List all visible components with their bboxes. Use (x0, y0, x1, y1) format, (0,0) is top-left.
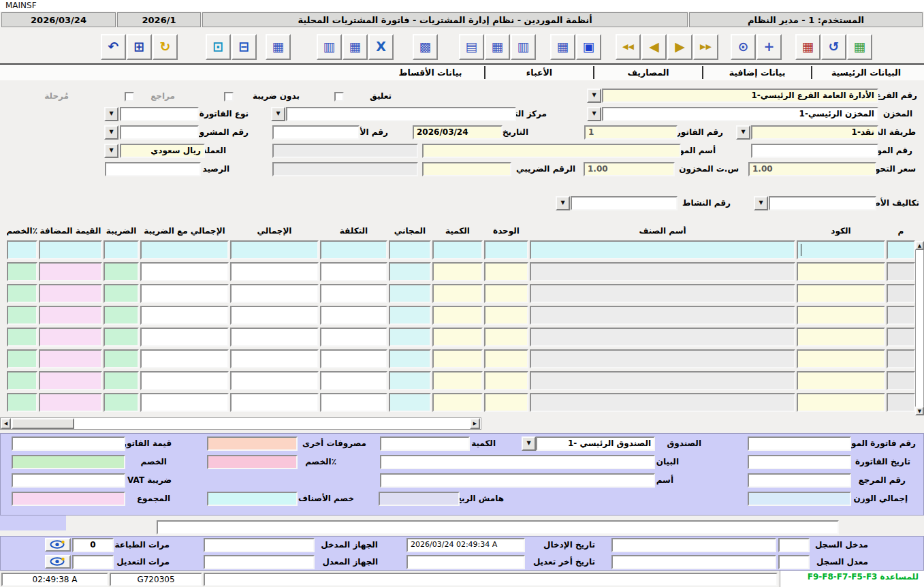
table-cell[interactable] (530, 371, 795, 390)
table-cell[interactable] (230, 328, 319, 347)
table-cell[interactable] (887, 328, 915, 347)
tax-number-field[interactable] (422, 162, 511, 176)
table-cell[interactable] (140, 349, 229, 368)
table-cell[interactable] (230, 349, 319, 368)
table-cell[interactable] (230, 284, 319, 303)
table-cell[interactable] (103, 284, 139, 303)
discount-pct-field[interactable] (207, 455, 298, 469)
table-cell[interactable] (530, 240, 795, 259)
table-cell[interactable] (230, 371, 319, 390)
scroll-up-button[interactable]: ▲ (915, 241, 924, 250)
table-cell[interactable] (432, 393, 483, 412)
table-cell[interactable] (7, 306, 37, 325)
cost-center-field[interactable] (286, 107, 516, 121)
item-costs-dropdown-button[interactable]: ▼ (754, 196, 768, 210)
warehouse-field[interactable]: المخزن الرئيسي-1 (602, 107, 878, 121)
table-cell[interactable] (484, 240, 528, 259)
stock-rate-field[interactable]: 1.00 (584, 162, 675, 176)
driver-name-field[interactable] (380, 473, 655, 488)
grid-add-button[interactable]: ▦ (847, 34, 872, 60)
org-chart-button[interactable]: ⊞ (127, 34, 152, 60)
table-cell[interactable] (484, 393, 528, 412)
date-field[interactable]: 2026/03/24 (413, 125, 503, 140)
cost-center-dropdown-button[interactable]: ▼ (271, 107, 285, 121)
table-cell[interactable] (39, 306, 102, 325)
table-cell[interactable] (887, 240, 915, 259)
table-cell[interactable] (103, 240, 139, 259)
table-cell[interactable] (140, 371, 229, 390)
table-cell[interactable] (140, 328, 229, 347)
currency-dropdown-button[interactable]: ▼ (104, 144, 118, 158)
doc-grid2-button[interactable]: ▥ (511, 34, 536, 60)
supplier-name-field[interactable] (422, 144, 681, 158)
crosshair-button[interactable]: + (756, 34, 782, 60)
tab-expenses[interactable]: المصاريف (594, 67, 702, 78)
table-cell[interactable] (887, 349, 915, 368)
table-cell[interactable] (530, 393, 795, 412)
cashbox-field[interactable]: الصندوق الرئيسي -1 (536, 437, 655, 451)
items-grid-button[interactable]: ▦ (342, 34, 368, 60)
table-cell[interactable] (530, 328, 795, 347)
print-button[interactable]: ▤ (459, 34, 484, 60)
table-cell[interactable] (320, 328, 387, 347)
table-cell[interactable] (103, 393, 139, 412)
table-cell[interactable] (230, 262, 319, 281)
table-cell[interactable] (484, 371, 528, 390)
table-cell[interactable] (432, 371, 483, 390)
table-cell[interactable] (103, 306, 139, 325)
table-cell[interactable] (39, 349, 102, 368)
table-cell[interactable] (484, 306, 528, 325)
table-cell[interactable] (320, 262, 387, 281)
table-cell[interactable] (887, 284, 915, 303)
warehouse-dropdown-button[interactable]: ▼ (587, 107, 601, 121)
table-cell[interactable] (389, 328, 431, 347)
table-cell[interactable] (7, 284, 37, 303)
table-cell[interactable] (230, 306, 319, 325)
table-cell[interactable] (887, 262, 915, 281)
currency-field[interactable]: ريال سعودي (120, 144, 205, 158)
table-cell[interactable] (230, 240, 319, 259)
table-cell[interactable] (797, 328, 885, 347)
reference-no-field[interactable] (748, 473, 851, 488)
vertical-scrollbar[interactable] (915, 241, 924, 415)
item-costs-field[interactable] (769, 196, 876, 210)
table-cell[interactable] (484, 328, 528, 347)
tab-installments[interactable]: بيانات الأقساط (377, 67, 484, 78)
quantity-field[interactable] (380, 437, 470, 451)
excel-export-button[interactable]: X (368, 34, 394, 60)
payment-method-field[interactable]: نقد-1 (751, 125, 878, 140)
table-cell[interactable] (432, 306, 483, 325)
table-cell[interactable] (432, 328, 483, 347)
branch-dropdown-button[interactable]: ▼ (587, 89, 601, 103)
table-cell[interactable] (389, 393, 431, 412)
calc-grid-button[interactable]: ▦ (550, 34, 575, 60)
tab-main-data[interactable]: البيانات الرئيسية (812, 67, 920, 78)
table-cell[interactable] (7, 328, 37, 347)
nav-first-button[interactable]: ◀◀ (616, 34, 641, 60)
table-cell[interactable] (389, 284, 431, 303)
table-cell[interactable] (484, 284, 528, 303)
table-cell[interactable] (320, 371, 387, 390)
cashbox-dropdown-button[interactable]: ▼ (522, 437, 536, 451)
table-cell[interactable] (39, 284, 102, 303)
supplier-invoice-no-field[interactable] (748, 437, 851, 451)
table-cell[interactable] (140, 306, 229, 325)
scroll-left-button[interactable]: ◀ (1, 418, 11, 429)
table-cell[interactable] (797, 306, 885, 325)
grid-tools-button[interactable]: ▦ (266, 34, 291, 60)
pay-screen-button[interactable]: ⊡ (206, 34, 231, 60)
table-cell[interactable] (484, 349, 528, 368)
table-cell[interactable] (320, 393, 387, 412)
barcode-button[interactable]: ▥ (317, 34, 342, 60)
table-cell[interactable] (887, 371, 915, 390)
invoice-type-field[interactable] (120, 107, 199, 121)
table-cell[interactable] (39, 240, 102, 259)
table-cell[interactable] (797, 284, 885, 303)
table-cell[interactable] (389, 262, 431, 281)
balance-field[interactable] (105, 162, 201, 176)
tab-additional-data[interactable]: بيانات إضافية (703, 67, 811, 78)
table-cell[interactable] (530, 306, 795, 325)
table-cell[interactable] (140, 393, 229, 412)
table-cell[interactable] (389, 240, 431, 259)
table-cell[interactable] (432, 240, 483, 259)
